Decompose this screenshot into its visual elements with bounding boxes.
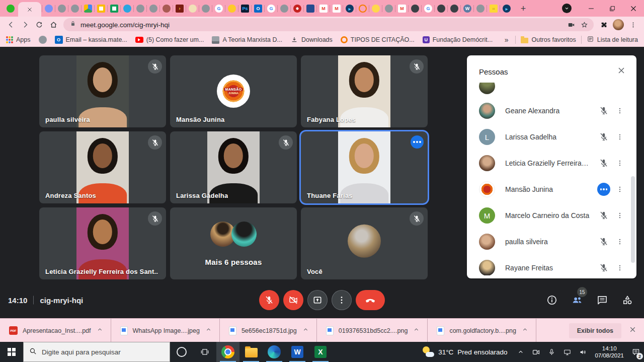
bookmark-item[interactable] bbox=[39, 36, 47, 44]
browser-tab[interactable] bbox=[82, 1, 95, 17]
video-tile[interactable]: MANSÃOJUNINAMansão Junina bbox=[170, 55, 297, 127]
participant-menu-button[interactable] bbox=[613, 237, 626, 246]
download-menu-chevron[interactable] bbox=[521, 326, 529, 335]
browser-tab[interactable]: M bbox=[395, 1, 409, 17]
download-item[interactable]: 5e656ec18751d.jpg bbox=[220, 319, 316, 342]
action-center-button[interactable]: 2 bbox=[628, 342, 644, 362]
participant-mic-button[interactable] bbox=[594, 132, 613, 142]
bookmark-item[interactable]: Apps bbox=[6, 36, 31, 43]
mic-off-button[interactable] bbox=[259, 290, 279, 310]
taskbar-excel-button[interactable]: X bbox=[309, 342, 332, 362]
download-item[interactable]: 019376531bd5cc2....png bbox=[317, 319, 428, 342]
other-favorites-button[interactable]: Outros favoritos bbox=[521, 36, 576, 43]
browser-tab[interactable] bbox=[55, 1, 68, 17]
video-tile[interactable]: Você bbox=[301, 207, 428, 279]
browser-tab[interactable]: G bbox=[212, 1, 225, 17]
download-item[interactable]: WhatsApp Image....jpeg bbox=[111, 319, 219, 342]
volume-icon[interactable] bbox=[575, 342, 591, 362]
browser-tab[interactable] bbox=[68, 1, 82, 17]
participant-mic-button[interactable] bbox=[594, 158, 613, 168]
cortana-button[interactable] bbox=[170, 342, 193, 362]
participant-menu-button[interactable] bbox=[613, 263, 626, 272]
close-panel-button[interactable] bbox=[616, 65, 626, 78]
browser-tab[interactable] bbox=[278, 1, 291, 17]
extensions-icon[interactable] bbox=[597, 18, 611, 32]
taskbar-chrome-button[interactable] bbox=[216, 342, 239, 362]
browser-tab[interactable] bbox=[4, 1, 17, 17]
taskbar-word-button[interactable]: W bbox=[286, 342, 309, 362]
bookmark-item[interactable]: UFundação Demócrit... bbox=[423, 36, 493, 43]
browser-tab[interactable]: M bbox=[330, 1, 343, 17]
browser-tab[interactable] bbox=[134, 1, 147, 17]
download-menu-chevron[interactable] bbox=[413, 326, 420, 335]
browser-tab[interactable] bbox=[409, 1, 422, 17]
browser-tab[interactable] bbox=[95, 1, 108, 17]
taskbar-clock[interactable]: 14:10 07/08/2021 bbox=[591, 345, 628, 359]
browser-tab[interactable] bbox=[382, 1, 395, 17]
taskbar-search-box[interactable]: Digite aqui para pesquisar bbox=[23, 342, 170, 362]
more-options-button[interactable] bbox=[332, 290, 352, 310]
video-tile[interactable]: Andreza Santos bbox=[39, 131, 166, 203]
browser-tab[interactable] bbox=[147, 1, 160, 17]
browser-tab[interactable] bbox=[121, 1, 134, 17]
browser-tab[interactable]: ▶ bbox=[343, 1, 356, 17]
forward-button[interactable] bbox=[18, 18, 32, 32]
start-button[interactable] bbox=[0, 342, 23, 362]
task-view-button[interactable] bbox=[193, 342, 216, 362]
reading-list-button[interactable]: Lista de leitura bbox=[587, 35, 638, 44]
tray-overflow-button[interactable] bbox=[513, 342, 528, 362]
download-item[interactable]: com.goldfactory.b....png bbox=[428, 319, 535, 342]
browser-tab[interactable]: ▶ bbox=[500, 1, 513, 17]
browser-tab[interactable] bbox=[435, 1, 448, 17]
browser-tab[interactable] bbox=[356, 1, 369, 17]
present-button[interactable] bbox=[307, 290, 328, 310]
camera-permission-icon[interactable] bbox=[565, 18, 578, 31]
show-all-downloads-button[interactable]: Exibir todos bbox=[569, 323, 621, 338]
download-item[interactable]: PDF Apresentacao_Inst....pdf bbox=[0, 319, 111, 342]
hangup-button[interactable] bbox=[356, 290, 385, 310]
browser-tab[interactable]: ::: bbox=[487, 1, 500, 17]
browser-tab[interactable] bbox=[186, 1, 199, 17]
browser-tab[interactable] bbox=[42, 1, 55, 17]
profile-avatar[interactable] bbox=[613, 19, 624, 30]
browser-tab[interactable] bbox=[369, 1, 382, 17]
bookmark-item[interactable]: TIPOS DE CITAÇÃO... bbox=[341, 36, 415, 43]
browser-tab[interactable] bbox=[160, 1, 173, 17]
tray-microphone-icon[interactable] bbox=[544, 342, 559, 362]
participant-mic-button[interactable] bbox=[594, 210, 613, 221]
taskbar-explorer-button[interactable] bbox=[239, 342, 263, 362]
participant-mic-button[interactable] bbox=[594, 263, 613, 273]
browser-tab[interactable]: › bbox=[173, 1, 186, 17]
new-tab-button[interactable]: + bbox=[516, 2, 530, 16]
panel-scrollbar[interactable] bbox=[631, 176, 635, 263]
download-menu-chevron[interactable] bbox=[96, 326, 104, 335]
browser-tab[interactable] bbox=[291, 1, 304, 17]
participant-mic-button[interactable] bbox=[594, 237, 613, 247]
bookmark-star-icon[interactable] bbox=[578, 18, 591, 31]
tile-more-badge[interactable] bbox=[411, 135, 424, 149]
browser-tab[interactable]: W bbox=[461, 1, 474, 17]
browser-tab[interactable]: G bbox=[265, 1, 278, 17]
browser-tab[interactable] bbox=[225, 1, 238, 17]
speaking-badge[interactable] bbox=[597, 183, 610, 196]
download-menu-chevron[interactable] bbox=[205, 326, 212, 335]
address-bar[interactable]: meet.google.com/cig-mryi-hqi bbox=[63, 18, 594, 31]
bookmark-item[interactable]: Downloads bbox=[290, 36, 333, 44]
video-tile[interactable]: Leticia Grazielly Ferreira dos Sant... bbox=[39, 207, 166, 279]
browser-tab[interactable] bbox=[474, 1, 487, 17]
download-menu-chevron[interactable] bbox=[302, 326, 309, 335]
browser-tab[interactable] bbox=[304, 1, 317, 17]
browser-tab[interactable]: Ps bbox=[238, 1, 252, 17]
participant-menu-button[interactable] bbox=[613, 185, 626, 194]
taskbar-edge-button[interactable] bbox=[263, 342, 286, 362]
participant-mic-button[interactable] bbox=[594, 183, 613, 196]
close-window-button[interactable] bbox=[623, 0, 644, 17]
meet-now-icon[interactable] bbox=[528, 342, 544, 362]
video-tile[interactable]: Fabyana Lopes bbox=[301, 55, 428, 127]
browser-tab[interactable]: M bbox=[317, 1, 330, 17]
participant-menu-button[interactable] bbox=[613, 159, 626, 168]
tab-search-button[interactable] bbox=[562, 4, 572, 13]
weather-widget[interactable]: 31°C Pred ensolarado bbox=[416, 346, 513, 358]
browser-tab[interactable] bbox=[108, 1, 121, 17]
network-icon[interactable] bbox=[559, 342, 575, 362]
